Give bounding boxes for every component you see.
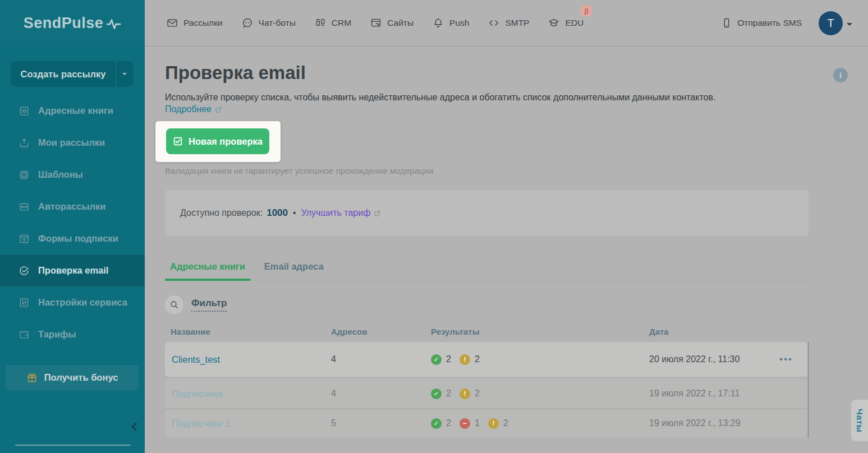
column-header: Название <box>165 327 331 336</box>
tab-email-addresses[interactable]: Email адреса <box>259 261 329 281</box>
settings-icon <box>19 297 30 308</box>
new-check-label: Новая проверка <box>189 136 263 147</box>
table-row[interactable]: Подписчики 1 5 ✓ 2− 1! 2 19 июля 2022 г.… <box>165 408 807 437</box>
list-name-link[interactable]: Подписчики <box>172 389 223 399</box>
main-content: Проверка email i Используйте проверку сп… <box>145 47 868 453</box>
sendpulse-logo[interactable]: SendPulse <box>0 0 145 47</box>
nav-item-чат-боты[interactable]: Чат-боты <box>242 17 296 29</box>
status-count: 2 <box>446 354 451 364</box>
new-check-button[interactable]: Новая проверка <box>166 128 269 154</box>
status-valid-icon: ✓ <box>431 389 442 399</box>
chats-tab[interactable]: Чаты <box>851 400 868 441</box>
results-cell: ✓ 2! 2 <box>431 354 649 365</box>
nav-item-label: SMTP <box>505 18 529 28</box>
sidebar-item-label: Мои рассылки <box>38 137 105 148</box>
date-cell: 19 июля 2022 г., 13:29 <box>649 418 779 428</box>
moderation-note: Валидация книги не гарантирует успешное … <box>165 166 868 175</box>
mail-icon <box>167 17 178 29</box>
sidebar-divider <box>15 445 131 446</box>
verify-icon <box>19 265 30 276</box>
nav-item-edu[interactable]: EDUβ <box>548 17 584 29</box>
chevron-down-icon[interactable] <box>847 23 852 29</box>
nav-item-push[interactable]: Push <box>433 17 469 29</box>
external-link-icon <box>374 210 381 217</box>
learn-more-label: Подробнее <box>165 104 212 114</box>
nav-item-сайты[interactable]: Сайты <box>370 17 414 29</box>
nav-item-label: Сайты <box>387 18 414 28</box>
addresses-count: 4 <box>331 354 431 364</box>
addresses-count: 5 <box>331 418 431 428</box>
pulse-icon <box>107 16 121 31</box>
table-scrollbar[interactable] <box>808 342 809 437</box>
nav-item-smtp[interactable]: SMTP <box>488 17 529 29</box>
list-name-link[interactable]: Clients_test <box>172 354 220 364</box>
row-menu-button[interactable]: ••• <box>779 354 793 364</box>
quota-value: 1000 <box>267 207 288 219</box>
status-valid-icon: ✓ <box>431 354 442 365</box>
edu-icon <box>548 17 559 29</box>
sidebar-item-label: Тарифы <box>38 329 76 340</box>
tutorial-spotlight: Новая проверка <box>155 121 281 162</box>
upgrade-plan-link[interactable]: Улучшить тариф <box>301 208 382 218</box>
pricing-icon <box>19 329 30 340</box>
automation-icon <box>19 201 30 212</box>
chevron-down-icon[interactable] <box>116 71 133 77</box>
upgrade-plan-label: Улучшить тариф <box>301 208 371 218</box>
sidebar-item-verify[interactable]: Проверка email <box>0 255 145 286</box>
crm-icon <box>315 17 326 29</box>
list-name-link[interactable]: Подписчики 1 <box>172 418 231 428</box>
get-bonus-button[interactable]: Получить бонус <box>6 365 139 390</box>
address-book-icon <box>19 105 30 117</box>
campaigns-icon <box>19 137 30 149</box>
tab-address-books[interactable]: Адресные книги <box>165 261 250 281</box>
sidebar-item-address-book[interactable]: Адресные книги <box>0 95 145 127</box>
nav-item-crm[interactable]: CRM <box>315 17 351 29</box>
bell-icon <box>433 17 444 29</box>
sidebar-item-label: Шаблоны <box>38 169 83 180</box>
collapse-sidebar-button[interactable] <box>129 421 140 432</box>
results-cell: ✓ 2− 1! 2 <box>431 418 649 429</box>
create-campaign-label: Создать рассылку <box>11 69 116 80</box>
send-sms-button[interactable]: Отправить SMS <box>721 17 802 29</box>
page-title: Проверка email <box>165 61 868 85</box>
sidebar-item-settings[interactable]: Настройки сервиса <box>0 286 145 318</box>
sidebar-item-label: Адресные книги <box>38 105 113 116</box>
search-icon[interactable] <box>165 295 183 314</box>
column-header: Дата <box>649 327 779 336</box>
status-count: 2 <box>475 389 480 399</box>
phone-icon <box>721 17 732 29</box>
table-row[interactable]: Подписчики 4 ✓ 2! 2 19 июля 2022 г., 17:… <box>165 379 807 408</box>
nav-item-рассылки[interactable]: Рассылки <box>167 17 223 29</box>
addresses-count: 4 <box>331 389 431 399</box>
get-bonus-label: Получить бонус <box>44 372 118 383</box>
sidebar-menu: Адресные книги Мои рассылки Шаблоны Авто… <box>0 95 145 350</box>
gift-icon <box>26 372 38 383</box>
filter-label[interactable]: Фильтр <box>191 298 227 312</box>
top-bar: SendPulse Рассылки Чат-боты CRM Сайты Pu… <box>0 0 868 47</box>
tabs: Адресные книгиEmail адреса <box>165 261 809 280</box>
logo-text: SendPulse <box>24 15 104 32</box>
create-campaign-button[interactable]: Создать рассылку <box>11 61 133 87</box>
learn-more-link[interactable]: Подробнее <box>165 104 222 114</box>
date-cell: 20 июля 2022 г., 11:30 <box>649 354 779 364</box>
sidebar-item-label: Проверка email <box>38 265 108 276</box>
table-header: НазваниеАдресовРезультатыДата <box>165 321 807 342</box>
sidebar-item-pricing[interactable]: Тарифы <box>0 318 145 350</box>
templates-icon <box>19 169 30 181</box>
sidebar: Создать рассылку Адресные книги Мои расс… <box>0 47 145 453</box>
table-row[interactable]: Clients_test 4 ✓ 2! 2 20 июля 2022 г., 1… <box>165 342 807 377</box>
sidebar-item-templates[interactable]: Шаблоны <box>0 159 145 191</box>
avatar[interactable]: T <box>819 11 843 35</box>
status-risky-icon: ! <box>460 354 470 365</box>
main-nav: Рассылки Чат-боты CRM Сайты Push SMTP ED… <box>145 0 868 47</box>
sidebar-item-automation[interactable]: Авторассылки <box>0 191 145 223</box>
nav-item-label: Чат-боты <box>259 18 296 28</box>
verification-table: НазваниеАдресовРезультатыДата Clients_te… <box>165 321 807 437</box>
info-icon[interactable]: i <box>833 68 848 82</box>
status-risky-icon: ! <box>460 389 470 399</box>
sidebar-item-forms[interactable]: Формы подписки <box>0 223 145 255</box>
nav-right: Отправить SMS T <box>721 11 852 35</box>
status-count: 2 <box>446 389 451 399</box>
sidebar-item-campaigns[interactable]: Мои рассылки <box>0 127 145 159</box>
status-invalid-icon: − <box>460 418 470 429</box>
